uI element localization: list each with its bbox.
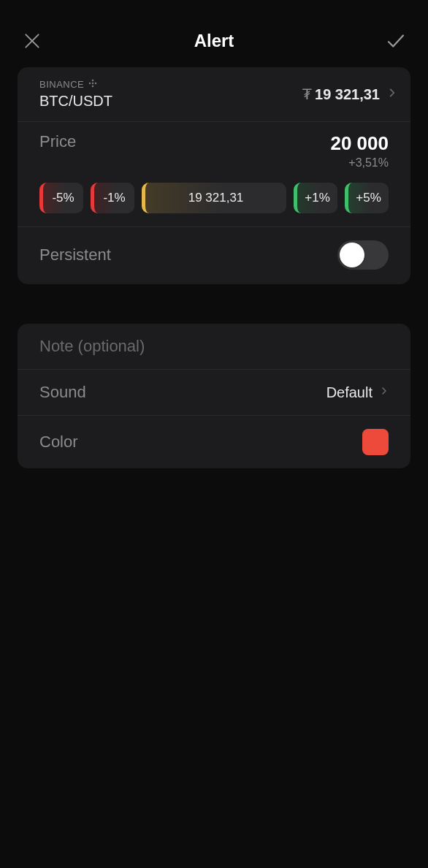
persistent-toggle[interactable] <box>337 240 389 270</box>
price-chips-row: -5% -1% 19 321,31 +1% +5% <box>18 174 410 227</box>
chip-plus-1[interactable]: +1% <box>294 183 337 213</box>
chevron-right-icon <box>387 85 397 103</box>
alert-config-card: BINANCE BTC/USDT ₮ <box>18 67 410 284</box>
confirm-icon[interactable] <box>384 29 408 53</box>
binance-icon <box>88 79 97 90</box>
svg-rect-6 <box>92 83 94 85</box>
color-label: Color <box>39 433 78 452</box>
note-input[interactable]: Note (optional) <box>39 337 145 356</box>
svg-rect-5 <box>95 83 97 85</box>
svg-rect-4 <box>89 83 91 85</box>
switch-thumb <box>340 243 364 267</box>
svg-rect-3 <box>92 85 94 88</box>
note-row[interactable]: Note (optional) <box>18 324 410 370</box>
close-icon[interactable] <box>20 29 44 53</box>
symbol-row[interactable]: BINANCE BTC/USDT ₮ <box>18 67 410 122</box>
sound-row[interactable]: Sound Default <box>18 370 410 416</box>
color-swatch[interactable] <box>362 429 389 455</box>
exchange-label: BINANCE <box>39 79 84 90</box>
extras-card: Note (optional) Sound Default Color <box>18 324 410 468</box>
page-title: Alert <box>194 31 234 51</box>
price-target: 20 000 <box>330 132 389 155</box>
chevron-right-icon <box>380 384 389 401</box>
chip-current-price[interactable]: 19 321,31 <box>142 183 286 213</box>
price-row[interactable]: Price 20 000 +3,51% <box>18 122 410 174</box>
chip-minus-1[interactable]: -1% <box>91 183 134 213</box>
color-row[interactable]: Color <box>18 416 410 468</box>
pair-label: BTC/USDT <box>39 93 112 110</box>
persistent-label: Persistent <box>39 245 111 264</box>
chip-minus-5[interactable]: -5% <box>39 183 83 213</box>
chip-plus-5[interactable]: +5% <box>345 183 389 213</box>
currency-symbol: ₮ <box>302 85 312 103</box>
persistent-row: Persistent <box>18 227 410 284</box>
sound-label: Sound <box>39 383 86 402</box>
svg-rect-2 <box>92 80 94 82</box>
sound-value: Default <box>326 384 372 401</box>
price-pct-change: +3,51% <box>348 156 389 170</box>
price-label: Price <box>39 132 76 151</box>
current-price: 19 321,31 <box>315 86 380 103</box>
